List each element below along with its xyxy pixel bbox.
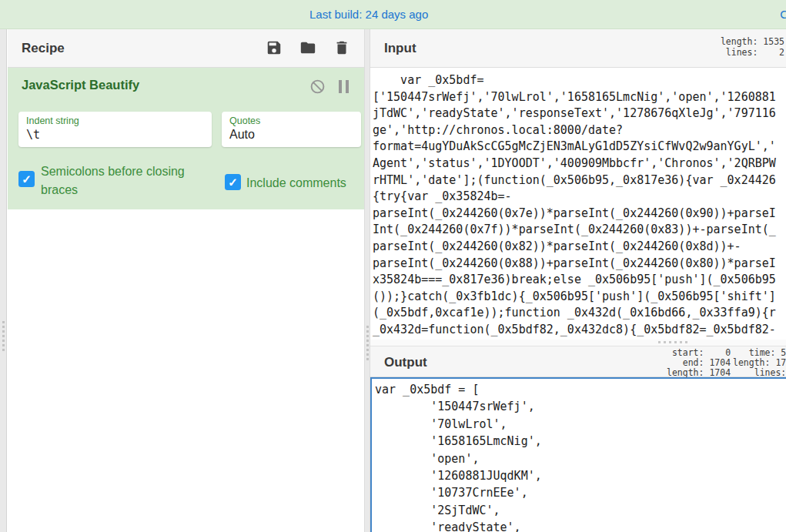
indent-string-field[interactable]: Indent string \t — [18, 112, 212, 147]
breakpoint-pause-icon[interactable] — [339, 80, 349, 93]
input-header: Input length: 1535 lines: 2 — [370, 29, 786, 68]
input-stats: length: 1535 lines: 2 — [721, 36, 784, 58]
operation-name: JavaScript Beautify — [22, 78, 139, 92]
drag-handle-icon — [658, 341, 687, 343]
recipe-panel: JavaScript Beautify Indent string \t Quo… — [8, 68, 364, 532]
indent-string-value: \t — [26, 128, 204, 142]
indent-string-label: Indent string — [26, 115, 204, 126]
options-link-partial[interactable]: C — [780, 8, 786, 21]
include-comments-checkbox-label[interactable]: Include comments — [246, 174, 346, 192]
load-recipe-folder-icon[interactable] — [299, 39, 316, 56]
drag-handle-icon — [0, 321, 6, 351]
semicolons-checkbox[interactable]: ✓ — [18, 171, 35, 187]
clear-recipe-trash-icon[interactable] — [333, 39, 350, 56]
checkmark-icon: ✓ — [228, 176, 238, 188]
input-output-splitter[interactable] — [370, 340, 786, 346]
input-title: Input — [384, 41, 416, 56]
quotes-value: Auto — [229, 128, 353, 142]
checkmark-icon: ✓ — [22, 173, 32, 185]
output-text: var _0x5bdf = [ '150447srWefj', '70lwLro… — [372, 379, 786, 532]
update-banner: Last build: 24 days ago C — [0, 0, 786, 29]
include-comments-checkbox[interactable]: ✓ — [225, 174, 241, 190]
recipe-io-splitter[interactable] — [364, 29, 370, 532]
recipe-title: Recipe — [22, 41, 65, 56]
input-textarea[interactable]: var _0x5bdf= ['150447srWefj','70lwLrol',… — [370, 68, 786, 340]
semicolons-checkbox-label[interactable]: Semicolons before closing braces — [41, 162, 212, 199]
operations-panel-splitter[interactable] — [0, 29, 7, 532]
recipe-header: Recipe — [8, 29, 364, 68]
output-stats-right: time: 5 length: 17 lines: — [733, 348, 786, 378]
quotes-label: Quotes — [229, 115, 353, 126]
last-build-link[interactable]: Last build: 24 days ago — [309, 8, 428, 21]
save-recipe-icon[interactable] — [266, 39, 283, 56]
output-area[interactable]: var _0x5bdf = [ '150447srWefj', '70lwLro… — [370, 377, 786, 532]
output-header: Output start: 0 end: 1704 length: 1704 t… — [370, 346, 786, 377]
output-title: Output — [384, 355, 427, 370]
disable-operation-icon[interactable] — [309, 79, 326, 95]
operation-javascript-beautify[interactable]: JavaScript Beautify Indent string \t Quo… — [8, 68, 364, 209]
output-stats-left: start: 0 end: 1704 length: 1704 — [667, 348, 731, 378]
drag-handle-icon — [365, 326, 370, 360]
quotes-select[interactable]: Quotes Auto — [222, 112, 361, 147]
